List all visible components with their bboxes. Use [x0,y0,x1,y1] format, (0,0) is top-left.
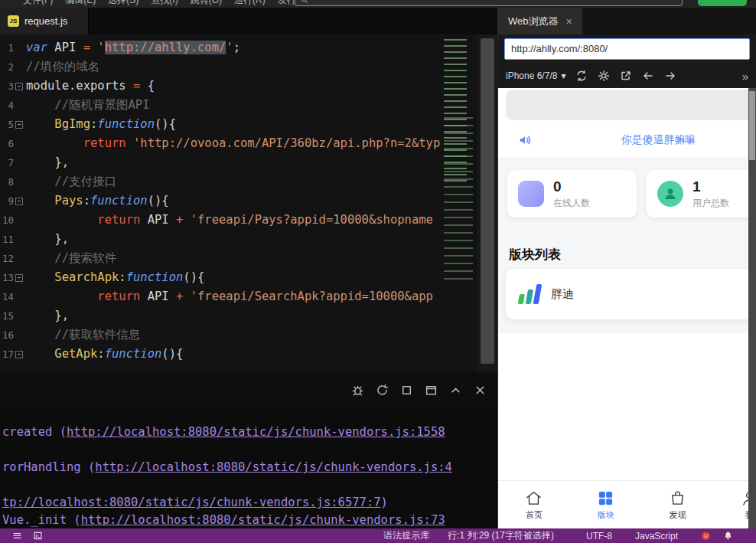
stat-label: 用户总数 [692,197,729,210]
code-line[interactable]: 8 //支付接口 [0,172,441,191]
syntax-hint-library[interactable]: 语法提示库 [383,529,429,542]
nav-item-grid[interactable]: 版块 [570,481,642,528]
line-number: 3 [0,77,14,96]
menu-item[interactable]: 编辑(E) [65,0,96,7]
bottom-nav: 首页版块发现我 [498,480,749,528]
menu-icon[interactable] [12,531,22,541]
code-line[interactable]: 16 //获取软件信息 [0,325,441,345]
debug-icons [351,384,487,397]
device-selector[interactable]: iPhone 6/7/8 ▾ [506,70,565,81]
nav-label: 首页 [526,509,543,521]
alert-badge-icon[interactable] [701,531,711,541]
url-row: http://ahlly.com/:8080/ [498,34,756,64]
code-editor[interactable]: 1var API = 'http://ahlly.com/';2//填你的域名3… [0,34,497,371]
line-number: 6 [0,134,14,153]
code-line[interactable]: 7 }, [0,153,441,172]
tab-request-js[interactable]: JS request.js [0,8,89,34]
console-line: created (http://localhost:8080/static/js… [2,424,497,441]
fold-gutter [14,38,24,57]
editor-scrollbar-thumb[interactable] [481,38,494,364]
fold-gutter [14,306,24,325]
tab-label: request.js [24,15,67,27]
console-link[interactable]: http://localhost:8080/static/js/chunk-ve… [95,460,452,474]
fold-marker[interactable] [14,77,24,96]
code-line[interactable]: 3module.exports = { [0,77,441,96]
code-line[interactable]: 9 Pays:function(){ [0,191,441,211]
fold-marker[interactable] [14,268,24,287]
collapse-icon[interactable] [449,384,462,397]
code-line[interactable]: 12 //搜索软件 [0,249,441,268]
console-link[interactable]: http://localhost:8080/static/js/chunk-ve… [67,425,445,439]
close-icon[interactable] [474,384,487,397]
terminal-icon[interactable] [33,531,43,541]
bug-icon[interactable] [351,384,364,397]
fold-gutter [14,172,24,191]
bag-icon [669,489,686,507]
encoding-indicator[interactable]: UTF-8 [586,531,612,541]
minimap[interactable] [442,39,477,365]
back-icon[interactable] [642,70,654,82]
console-link[interactable]: tp://localhost:8080/static/js/chunk-vend… [2,496,381,509]
menu-item[interactable]: 选择(S) [108,0,138,7]
fold-gutter [14,57,24,77]
rotate-icon[interactable] [575,70,588,82]
menu-item[interactable]: 文件(F) [23,0,53,7]
tab-web-browser[interactable]: Web浏览器 × [498,8,582,34]
notice-bar[interactable]: 你是傻逼胖嫲嘛 [498,123,749,157]
editor-tabstrip: JS request.js [0,8,497,34]
fold-gutter [14,96,24,115]
cursor-position[interactable]: 行:1 列:29 (17字符被选择) [448,529,554,542]
browser-scrollbar-thumb[interactable] [749,91,755,160]
code-line[interactable]: 15 }, [0,306,441,325]
phone-viewport: 你是傻逼胖嫲嘛 0在线人数1用户总数 版块列表 胖迪 首页版块发现我 [498,88,749,528]
console-link[interactable]: http://localhost:8080/static/js/chunk-ve… [81,513,445,527]
bell-icon[interactable] [723,531,733,541]
fold-gutter [14,287,24,306]
url-input[interactable]: http://ahlly.com/:8080/ [504,38,750,60]
code-line[interactable]: 1var API = 'http://ahlly.com/'; [0,38,441,57]
fold-marker[interactable] [14,191,24,211]
nav-item-home[interactable]: 首页 [498,481,570,528]
window-icon[interactable] [425,384,438,397]
line-number: 12 [0,249,14,268]
nav-item-bag[interactable]: 发现 [642,481,714,528]
line-number: 5 [0,115,14,134]
line-number: 15 [0,306,14,325]
close-tab-icon[interactable]: × [566,15,572,28]
browser-scrollbar[interactable] [748,88,756,528]
menu-item[interactable]: 查找(I) [151,0,178,7]
editor-scrollbar[interactable] [477,34,497,371]
notice-text: 你是傻逼胖嫲嘛 [532,133,749,147]
code-line[interactable]: 6 return 'http://ovooa.com/API/360bz/api… [0,134,441,153]
external-icon[interactable] [620,70,632,82]
menu-item[interactable]: 运行(R) [234,0,266,7]
nav-item-user[interactable]: 我 [713,481,749,528]
forward-icon[interactable] [664,70,676,82]
code-line[interactable]: 4 //随机背景图API [0,96,441,115]
web-browser-panel: Web浏览器 × http://ahlly.com/:8080/ iPhone … [497,8,756,528]
code-line[interactable]: 13 SearchApk:function(){ [0,268,441,287]
code-line[interactable]: 2//填你的域名 [0,57,441,77]
code-line[interactable]: 17 GetApk:function(){ [0,345,441,364]
board-list-item[interactable]: 胖迪 [506,269,749,319]
code-line[interactable]: 11 }, [0,230,441,249]
stop-icon[interactable] [400,384,413,397]
gear-icon[interactable] [598,70,610,82]
console-output[interactable]: created (http://localhost:8080/static/js… [0,410,497,528]
code-line[interactable]: 5 BgImg:function(){ [0,115,441,134]
run-button[interactable] [698,0,747,6]
console-blank-line [2,441,497,459]
fold-marker[interactable] [14,345,24,364]
restart-icon[interactable] [376,384,389,397]
code-line[interactable]: 14 return API + 'freeapi/SearchApk?appid… [0,287,441,306]
more-chevron-icon[interactable]: » [742,70,748,83]
global-search-input[interactable] [295,0,683,6]
code-line[interactable]: 10 return API + 'freeapi/Pays?appid=1000… [0,211,441,230]
console-line: tp://localhost:8080/static/js/chunk-vend… [2,494,497,512]
browser-tabstrip: Web浏览器 × [498,8,756,34]
language-indicator[interactable]: JavaScript [635,531,678,541]
menu-item[interactable]: 跳转(G) [191,0,222,7]
code-area[interactable]: 1var API = 'http://ahlly.com/';2//填你的域名3… [0,38,441,364]
user-green-icon [657,181,683,207]
fold-marker[interactable] [14,115,24,134]
